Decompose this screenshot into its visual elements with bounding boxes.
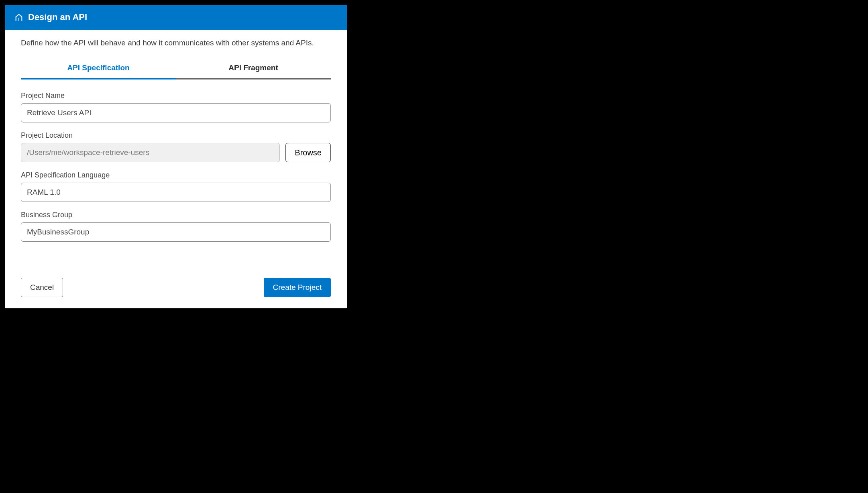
dialog-header: Design an API (5, 5, 347, 30)
field-business-group: Business Group (21, 211, 331, 242)
field-project-location: Project Location Browse (21, 131, 331, 162)
dialog-title: Design an API (28, 12, 87, 22)
tab-api-fragment[interactable]: API Fragment (176, 59, 331, 79)
dialog-footer: Cancel Create Project (21, 278, 331, 297)
project-location-label: Project Location (21, 131, 331, 140)
tab-api-specification[interactable]: API Specification (21, 59, 176, 79)
business-group-label: Business Group (21, 211, 331, 219)
svg-point-0 (18, 20, 19, 21)
project-location-input[interactable] (21, 143, 280, 162)
project-location-row: Browse (21, 143, 331, 162)
api-spec-language-input[interactable] (21, 183, 331, 202)
design-api-dialog: Design an API Define how the API will be… (5, 5, 347, 308)
api-spec-language-label: API Specification Language (21, 171, 331, 179)
field-api-spec-language: API Specification Language (21, 171, 331, 202)
create-project-button[interactable]: Create Project (264, 278, 331, 297)
project-name-input[interactable] (21, 103, 331, 122)
browse-button[interactable]: Browse (285, 143, 331, 162)
form: Project Name Project Location Browse API… (21, 92, 331, 242)
business-group-input[interactable] (21, 222, 331, 242)
cancel-button[interactable]: Cancel (21, 278, 63, 297)
api-designer-icon (14, 13, 23, 22)
dialog-body: Define how the API will behave and how i… (5, 30, 347, 308)
tabs: API Specification API Fragment (21, 59, 331, 79)
field-project-name: Project Name (21, 92, 331, 122)
dialog-description: Define how the API will behave and how i… (21, 39, 331, 47)
project-name-label: Project Name (21, 92, 331, 100)
